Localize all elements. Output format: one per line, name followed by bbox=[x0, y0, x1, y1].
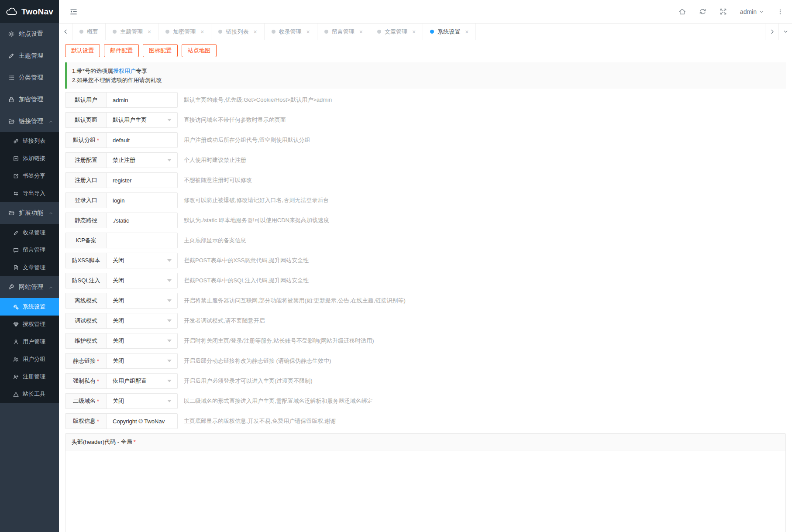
sidebar-item-link-list[interactable]: 链接列表 bbox=[0, 132, 59, 150]
field-description: 直接访问域名不带任何参数时显示的页面 bbox=[184, 116, 286, 124]
field-description: 修改可以防止被爆破,修改请记好入口名,否则无法登录后台 bbox=[184, 196, 329, 204]
menu-fold-icon[interactable] bbox=[69, 7, 78, 16]
close-icon[interactable]: × bbox=[200, 29, 204, 35]
sitemap-button[interactable]: 站点地图 bbox=[182, 44, 217, 57]
icp-record-input[interactable] bbox=[107, 233, 177, 248]
form-row-maintenance-mode: 维护模式关闭开启时将关闭主页/登录/注册等服务,站长账号不受影响(网站升级迁移时… bbox=[65, 333, 786, 349]
login-entry-input[interactable] bbox=[107, 193, 177, 208]
header-code-editor[interactable] bbox=[65, 450, 785, 532]
field-label: 版权信息* bbox=[65, 414, 107, 429]
close-icon[interactable]: × bbox=[148, 29, 151, 35]
fullscreen-icon[interactable] bbox=[720, 8, 727, 15]
static-path-input[interactable] bbox=[107, 213, 177, 228]
close-icon[interactable]: × bbox=[306, 29, 310, 35]
sidebar-item-webmaster-tools[interactable]: 站长工具 bbox=[0, 385, 59, 403]
static-link-select[interactable]: 关闭 bbox=[107, 354, 177, 368]
field-description: 拦截POST表单中的SQL注入代码,提升网站安全性 bbox=[184, 277, 309, 285]
logo[interactable]: TwoNav bbox=[0, 0, 59, 23]
tab-message[interactable]: 留言管理× bbox=[317, 24, 370, 40]
main: admin 概要主题管理×加密管理×链接列表×收录管理×留言管理×文章管理×系统… bbox=[59, 0, 792, 532]
default-settings-button[interactable]: 默认设置 bbox=[65, 44, 100, 57]
sidebar-item-article-mgmt[interactable]: 文章管理 bbox=[0, 259, 59, 276]
required-mark: * bbox=[134, 439, 136, 445]
folder-icon bbox=[8, 118, 14, 124]
tab-article[interactable]: 文章管理× bbox=[370, 24, 423, 40]
submenu-extend-func: 收录管理留言管理文章管理 bbox=[0, 224, 59, 276]
field-description: 个人使用时建议禁止注册 bbox=[184, 156, 246, 164]
sidebar-item-category-mgmt[interactable]: 分类管理 bbox=[0, 67, 59, 89]
sidebar-item-theme-mgmt[interactable]: 主题管理 bbox=[0, 45, 59, 67]
sidebar-item-site-settings[interactable]: 站点设置 bbox=[0, 23, 59, 45]
maintenance-mode-select[interactable]: 关闭 bbox=[107, 333, 177, 348]
sidebar-item-link-mgmt[interactable]: 链接管理 bbox=[0, 110, 59, 132]
sidebar-item-user-group[interactable]: 用户分组 bbox=[0, 350, 59, 368]
users-icon bbox=[13, 357, 19, 362]
sidebar-item-message-mgmt[interactable]: 留言管理 bbox=[0, 241, 59, 259]
tabs-scroll-right-button[interactable] bbox=[765, 24, 778, 40]
gem-icon bbox=[13, 322, 19, 327]
link-icon bbox=[13, 138, 19, 144]
header-code-section: 头部(header)代码 - 全局 * bbox=[65, 433, 786, 532]
anti-sql-select[interactable]: 关闭 bbox=[107, 273, 177, 288]
tab-collect[interactable]: 收录管理× bbox=[265, 24, 317, 40]
close-icon[interactable]: × bbox=[253, 29, 257, 35]
force-private-select[interactable]: 依用户组配置 bbox=[107, 374, 177, 388]
sidebar-item-label: 网站管理 bbox=[19, 283, 43, 291]
user-menu[interactable]: admin bbox=[740, 8, 764, 15]
sidebar-item-extend-func[interactable]: 扩展功能 bbox=[0, 202, 59, 224]
debug-mode-select[interactable]: 关闭 bbox=[107, 313, 177, 328]
authorized-user-link[interactable]: 授权用户 bbox=[113, 68, 136, 74]
field-label: 默认页面 bbox=[65, 113, 107, 127]
sidebar-item-collect-mgmt[interactable]: 收录管理 bbox=[0, 224, 59, 241]
sidebar-item-add-link[interactable]: 添加链接 bbox=[0, 150, 59, 167]
tab-label: 收录管理 bbox=[279, 28, 302, 36]
close-icon[interactable]: × bbox=[412, 29, 416, 35]
field-label: 静态链接* bbox=[65, 354, 107, 368]
sidebar-item-user-mgmt[interactable]: 用户管理 bbox=[0, 333, 59, 350]
refresh-icon[interactable] bbox=[699, 8, 706, 15]
settings-form: 默认用户默认主页的账号,优先级:Get>Cookie/Host>默认用户>adm… bbox=[65, 92, 786, 429]
tab-encrypt[interactable]: 加密管理× bbox=[158, 24, 211, 40]
sidebar-item-label: 链接管理 bbox=[19, 117, 43, 125]
tabs-scroll-left-button[interactable] bbox=[59, 24, 72, 40]
copyright-input[interactable] bbox=[107, 414, 177, 429]
sidebar-item-label: 留言管理 bbox=[23, 246, 45, 254]
close-icon[interactable]: × bbox=[359, 29, 363, 35]
mail-config-button[interactable]: 邮件配置 bbox=[104, 44, 139, 57]
register-entry-input[interactable] bbox=[107, 173, 177, 188]
field-label: 防XSS脚本 bbox=[65, 253, 107, 268]
register-config-select[interactable]: 禁止注册 bbox=[107, 153, 177, 168]
default-group-input[interactable] bbox=[107, 133, 177, 148]
caret-down-icon bbox=[167, 299, 172, 302]
offline-mode-select[interactable]: 关闭 bbox=[107, 293, 177, 308]
sidebar-item-register-mgmt[interactable]: 注册管理 bbox=[0, 368, 59, 385]
tab-label: 留言管理 bbox=[332, 28, 355, 36]
sidebar-item-encrypt-mgmt[interactable]: 加密管理 bbox=[0, 89, 59, 110]
sidebar-item-website-mgmt[interactable]: 网站管理 bbox=[0, 276, 59, 298]
sidebar-item-auth-mgmt[interactable]: 授权管理 bbox=[0, 316, 59, 333]
tab-overview[interactable]: 概要 bbox=[72, 24, 106, 40]
tab-link-list[interactable]: 链接列表× bbox=[211, 24, 264, 40]
tabs-menu-button[interactable] bbox=[778, 24, 792, 40]
anti-xss-select[interactable]: 关闭 bbox=[107, 253, 177, 268]
close-icon[interactable]: × bbox=[465, 29, 468, 35]
share-icon bbox=[13, 173, 19, 179]
sidebar-item-label: 书签分享 bbox=[23, 172, 45, 180]
icon-config-button[interactable]: 图标配置 bbox=[143, 44, 178, 57]
select-value: 关闭 bbox=[113, 297, 124, 305]
tab-theme[interactable]: 主题管理× bbox=[106, 24, 158, 40]
sidebar-item-export-import[interactable]: 导出导入 bbox=[0, 185, 59, 202]
form-row-offline-mode: 离线模式关闭开启将禁止服务器访问互联网,部分功能将被禁用(如:更新提示,公告,在… bbox=[65, 293, 786, 309]
tab-system[interactable]: 系统设置× bbox=[423, 24, 476, 40]
default-user-input[interactable] bbox=[107, 93, 177, 107]
pen-icon bbox=[13, 230, 19, 236]
tab-bar: 概要主题管理×加密管理×链接列表×收录管理×留言管理×文章管理×系统设置× bbox=[59, 24, 792, 40]
list-icon bbox=[8, 75, 14, 81]
default-page-select[interactable]: 默认用户主页 bbox=[107, 113, 177, 127]
sidebar-item-bookmark-share[interactable]: 书签分享 bbox=[0, 167, 59, 185]
kebab-icon[interactable] bbox=[777, 8, 783, 15]
sidebar-item-system-settings[interactable]: 系统设置 bbox=[0, 298, 59, 316]
field-description: 主页底部显示的备案信息 bbox=[184, 237, 246, 244]
subdomain-select[interactable]: 关闭 bbox=[107, 394, 177, 408]
home-icon[interactable] bbox=[678, 8, 686, 15]
